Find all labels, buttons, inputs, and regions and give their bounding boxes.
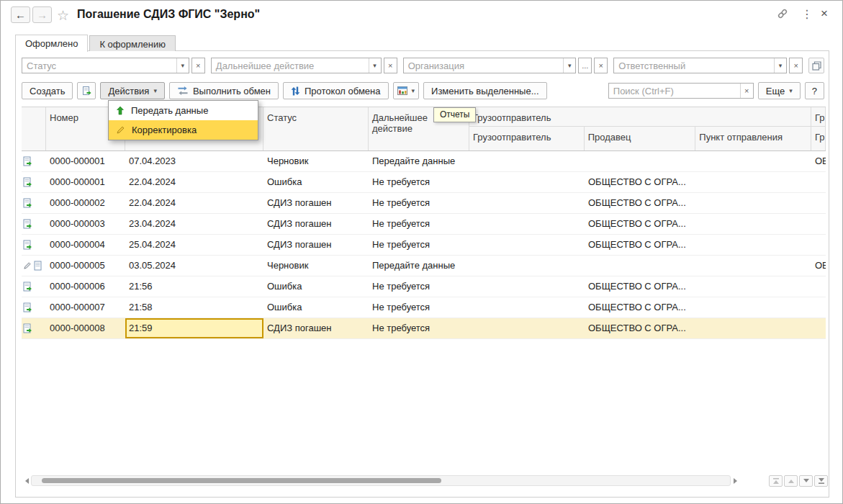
next-action-cell: Передайте данные xyxy=(369,151,469,172)
table-row[interactable]: 0000-000008 21:59 СДИЗ погашен Не требуе… xyxy=(22,318,826,339)
tab-bar: Оформлено К оформлению xyxy=(15,34,176,51)
col-group-consignor-title[interactable]: Грузоотправитель xyxy=(469,107,811,127)
status-cell: Черновик xyxy=(263,256,369,276)
col-header-departure-point[interactable]: Пункт отправления xyxy=(695,127,811,150)
clear-organization-filter-button[interactable]: × xyxy=(594,58,608,73)
table-row[interactable]: 0000-000002 22.04.2024 СДИЗ погашен Не т… xyxy=(22,193,826,214)
horizontal-scrollbar xyxy=(23,475,739,486)
organization-filter-input[interactable]: Организация ▾ xyxy=(403,58,577,73)
reports-tooltip: Отчеты xyxy=(433,107,476,122)
date-cell: 07.04.2023 xyxy=(125,151,263,172)
row-state-cell xyxy=(22,318,46,339)
number-cell: 0000-000003 xyxy=(46,214,125,235)
date-cell: 21:59 xyxy=(125,318,263,339)
more-menu-icon[interactable]: ⋮ xyxy=(801,7,813,21)
truncated-cell xyxy=(811,172,826,193)
filter-responsible: Ответственный ▾ × xyxy=(613,58,803,73)
consignor-cell xyxy=(469,318,585,339)
actions-menu-button[interactable]: Действия ▾ xyxy=(100,82,165,99)
clear-status-filter-button[interactable]: × xyxy=(191,58,205,73)
scrollbar-track[interactable] xyxy=(31,475,731,486)
document-icon xyxy=(34,261,43,271)
col-header-seller[interactable]: Продавец xyxy=(585,127,696,150)
go-bottom-button[interactable] xyxy=(814,475,828,487)
filter-settings-button[interactable] xyxy=(808,58,824,73)
chevron-down-icon[interactable]: ▾ xyxy=(369,58,381,73)
tab-k-oformleniyu[interactable]: К оформлению xyxy=(89,35,176,51)
go-top-button[interactable] xyxy=(769,475,783,487)
col-header-truncated[interactable]: Гр xyxy=(811,127,825,150)
col-group-truncated: Гр Гр xyxy=(811,107,826,150)
seller-cell: ОБЩЕСТВО С ОГРА... xyxy=(585,214,696,235)
menu-item-correction[interactable]: Корректировка xyxy=(109,120,258,140)
departure-point-cell xyxy=(696,256,811,276)
page-down-button[interactable] xyxy=(799,475,813,487)
row-state-cell xyxy=(22,172,46,193)
table-row[interactable]: 0000-000001 22.04.2024 Ошибка Не требует… xyxy=(22,172,826,193)
menu-item-label: Передать данные xyxy=(131,105,208,116)
number-cell: 0000-000007 xyxy=(46,297,125,318)
pencil-icon xyxy=(116,125,125,135)
table-row[interactable]: 0000-000003 23.04.2024 СДИЗ погашен Не т… xyxy=(22,214,826,235)
status-filter-placeholder: Статус xyxy=(22,60,176,71)
more-button[interactable]: Еще ▾ xyxy=(758,82,801,99)
back-button[interactable]: ← xyxy=(11,6,30,23)
clear-next-action-filter-button[interactable]: × xyxy=(384,58,397,73)
choose-organization-button[interactable]: ... xyxy=(578,58,592,73)
seller-cell xyxy=(585,256,696,276)
edit-selected-button[interactable]: Изменить выделенные... xyxy=(423,82,546,99)
table-row[interactable]: 0000-000007 21:58 Ошибка Не требуется ОБ… xyxy=(22,297,826,318)
col-header-status[interactable]: Статус xyxy=(263,107,369,150)
next-action-filter-input[interactable]: Дальнейшее действие ▾ xyxy=(211,58,382,73)
date-cell: 22.04.2024 xyxy=(125,193,263,214)
page-up-button[interactable] xyxy=(784,475,798,487)
clear-search-icon[interactable]: × xyxy=(740,84,753,98)
consignor-cell xyxy=(469,172,585,193)
search-input[interactable] xyxy=(609,86,740,96)
reports-button[interactable]: ▾ xyxy=(393,82,420,99)
responsible-filter-input[interactable]: Ответственный ▾ xyxy=(613,58,787,73)
status-cell: Ошибка xyxy=(263,297,369,318)
row-state-cell xyxy=(22,256,46,276)
clear-responsible-filter-button[interactable]: × xyxy=(789,58,803,73)
help-button[interactable]: ? xyxy=(805,82,824,99)
departure-point-cell xyxy=(696,151,811,172)
favorite-star-icon[interactable]: ☆ xyxy=(57,7,69,24)
seller-cell xyxy=(585,151,696,172)
status-filter-input[interactable]: Статус ▾ xyxy=(22,58,189,73)
more-label: Еще xyxy=(766,86,785,96)
table-row[interactable]: 0000-000005 03.05.2024 Черновик Передайт… xyxy=(22,256,826,276)
run-exchange-button[interactable]: Выполнить обмен xyxy=(169,82,279,99)
scroll-left-icon[interactable] xyxy=(23,475,31,486)
truncated-cell xyxy=(811,214,826,235)
scrollbar-thumb[interactable] xyxy=(42,478,441,483)
exchange-protocol-label: Протокол обмена xyxy=(305,86,381,96)
consignor-cell xyxy=(469,297,585,318)
actions-dropdown-menu: Передать данные Корректировка xyxy=(108,100,258,140)
col-group-truncated-title[interactable]: Гр xyxy=(811,107,825,127)
menu-item-transfer-data[interactable]: Передать данные xyxy=(109,101,258,120)
get-link-icon[interactable] xyxy=(777,8,788,22)
chevron-down-icon[interactable]: ▾ xyxy=(774,58,786,73)
create-by-copy-button[interactable] xyxy=(77,82,96,99)
status-cell: Ошибка xyxy=(263,172,369,193)
filter-next-action: Дальнейшее действие ▾ × xyxy=(211,58,397,73)
scroll-right-icon[interactable] xyxy=(731,475,739,486)
create-button[interactable]: Создать xyxy=(22,82,73,99)
table-row[interactable]: 0000-000001 07.04.2023 Черновик Передайт… xyxy=(22,151,826,172)
chevron-down-icon[interactable]: ▾ xyxy=(176,58,189,73)
truncated-cell xyxy=(811,297,826,318)
chevron-down-icon[interactable]: ▾ xyxy=(563,58,575,73)
document-icon xyxy=(23,198,32,208)
col-header-consignor[interactable]: Грузоотправитель xyxy=(469,127,585,150)
table-row[interactable]: 0000-000004 25.04.2024 СДИЗ погашен Не т… xyxy=(22,235,826,256)
document-icon xyxy=(23,302,32,312)
forward-button[interactable]: → xyxy=(32,6,52,23)
tab-oformleno[interactable]: Оформлено xyxy=(15,35,88,52)
table-row[interactable]: 0000-000006 21:56 Ошибка Не требуется ОБ… xyxy=(22,276,826,297)
seller-cell: ОБЩЕСТВО С ОГРА... xyxy=(585,172,696,193)
row-edit-pencil-icon xyxy=(23,261,32,270)
exchange-protocol-button[interactable]: Протокол обмена xyxy=(283,82,389,99)
filter-status: Статус ▾ × xyxy=(22,58,205,73)
close-icon[interactable]: × xyxy=(821,6,828,21)
